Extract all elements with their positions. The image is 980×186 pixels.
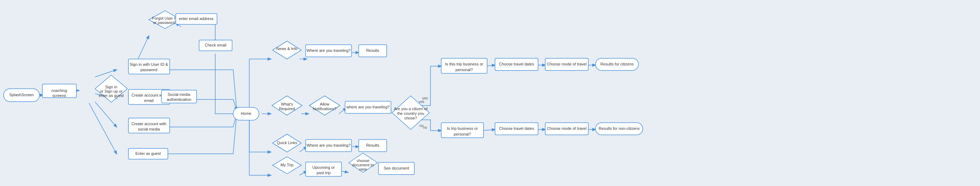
edge-label-no: no [423, 126, 427, 129]
node-socialauth-label1: Social media [168, 92, 191, 96]
flowchart-diagram: yes no SplashScreen coaching screens S [0, 0, 980, 186]
node-upcoming-label2: past trip [317, 170, 330, 175]
node-mytrip-label: My Trip [280, 163, 293, 167]
node-splash: SplashScreen [3, 89, 40, 102]
node-socialauth-label2: authentication [167, 97, 192, 102]
node-mode-travel2: Choose mode of travel [545, 123, 588, 135]
node-createemail-label2: email [144, 98, 154, 102]
node-allownotif-label2: Notifications? [313, 107, 336, 111]
node-enter-email: enter email address [176, 14, 217, 24]
node-check-email: Check email [199, 40, 232, 51]
node-bizpersonal1-label2: personal? [455, 68, 473, 72]
node-createemail-label1: Create account with [131, 93, 166, 97]
node-forgotpw-label1: Forgot User ID [152, 16, 178, 20]
node-mode-travel1: Choose mode of travel [545, 58, 588, 71]
node-resultsnoncitizen-label: Results for non-citizens [599, 126, 640, 131]
node-newsinfo-label1: News & Info [276, 46, 298, 51]
node-enteremail-label: enter email address [179, 16, 214, 21]
node-signinuser-label1: Sign in with User ID & [130, 62, 169, 66]
node-travel-dates1: Choose travel dates [495, 58, 538, 71]
node-checkemail-label: Check email [205, 43, 227, 47]
node-results3-label: Results [366, 143, 380, 147]
node-where-travel1: Where are you traveling? [305, 45, 352, 57]
node-citizen-label2: the country you [397, 111, 424, 115]
node-results3: Results [359, 140, 387, 152]
node-wheretravel1-label: Where are you traveling? [307, 48, 351, 53]
node-choosedoc-label2: document to [352, 163, 374, 167]
edge-label-yes: yes [422, 96, 428, 100]
node-coaching-label: coaching [51, 88, 67, 93]
node-choosedoc-label3: view [359, 167, 367, 171]
node-signinuser-label2: password [140, 68, 157, 72]
node-seedoc-label: See document [384, 166, 409, 170]
node-splash-label: SplashScreen [10, 93, 34, 97]
node-signinchoice-label3: enter as guest [99, 93, 124, 98]
node-home-label: Home [241, 111, 251, 115]
node-create-social: Create account with social media [129, 118, 170, 133]
node-bizpersonal2-label1: Is trip business or [447, 126, 478, 131]
edge-label-yes1: yes [418, 100, 424, 104]
node-see-doc: See document [379, 162, 414, 175]
node-bizpersonal2-label2: personal? [454, 132, 471, 136]
node-wheretravel3-label: Where are you traveling? [307, 143, 351, 147]
node-coaching: coaching screens [42, 84, 76, 98]
node-whatsreq-label2: Required [279, 107, 295, 111]
node-quicklinks-label: Quick Links [277, 140, 298, 145]
node-modetravel1-label: Choose mode of travel [547, 62, 587, 66]
node-enter-guest: Enter as guest [129, 148, 168, 159]
node-allownotif-label1: Allow [320, 102, 329, 106]
node-where-travel2: where are you traveling? [345, 101, 391, 113]
node-travel-dates2: Choose travel dates [495, 123, 538, 135]
node-biz-personal2: Is trip business or personal? [441, 123, 484, 138]
node-where-travel3: Where are you traveling? [305, 140, 352, 152]
node-signin-user: Sign in with User ID & password [129, 59, 170, 74]
node-biz-personal1: Is this trip business or personal? [441, 58, 487, 73]
node-createsocial-label2: social media [138, 127, 160, 131]
node-bizpersonal1-label1: Is this trip business or [445, 62, 484, 66]
node-home: Home [233, 107, 259, 120]
node-upcoming-label1: Upcoming or [312, 165, 335, 170]
node-citizen-label3: chose? [404, 116, 417, 120]
node-results-noncitizen: Results for non-citizens [595, 123, 643, 135]
node-traveldate2-label: Choose travel dates [499, 126, 534, 131]
node-coaching-label2: screens [52, 93, 66, 98]
node-results1: Results [359, 45, 387, 57]
node-entguest-label: Enter as guest [135, 151, 161, 156]
node-citizen-label1: Are you a citizen of [394, 107, 428, 111]
node-signinchoice-label1: Sign in [105, 85, 117, 89]
node-signinchoice-label2: or Sign up or [100, 89, 123, 93]
node-results1-label: Results [366, 48, 380, 53]
node-wheretravel2-label: where are you traveling? [346, 105, 390, 109]
node-createsocial-label1: Create account with [131, 121, 166, 126]
node-social-auth: Social media authentication [161, 90, 197, 103]
node-results-citizen: Results for citizens [595, 58, 638, 71]
node-whatsreq-label1: What's [281, 102, 293, 106]
node-traveldate1-label: Choose travel dates [499, 62, 534, 66]
node-resultscitizen-label: Results for citizens [600, 62, 634, 66]
node-upcoming-past: Upcoming or past trip [305, 162, 342, 177]
node-forgotpw-label2: or password? [153, 20, 177, 25]
node-modetravel2-label: Choose mode of travel [547, 126, 587, 131]
node-choosedoc-label1: choose [356, 158, 369, 163]
